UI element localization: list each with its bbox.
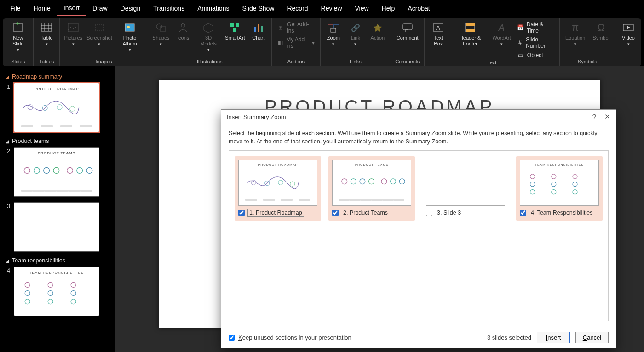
- section-header[interactable]: ◢Product teams: [6, 138, 110, 144]
- zoom-item-checkbox[interactable]: [332, 210, 339, 216]
- date-time-button[interactable]: 📅Date & Time: [514, 20, 557, 35]
- object-button[interactable]: ▭Object: [514, 51, 557, 60]
- svg-point-11: [127, 26, 130, 28]
- menu-tab-help[interactable]: Help: [375, 1, 402, 16]
- menu-tab-draw[interactable]: Draw: [86, 1, 114, 16]
- zoom-thumbnail[interactable]: PRODUCT TEAMS: [332, 160, 411, 206]
- video-button[interactable]: Video▾: [618, 20, 638, 47]
- zoom-item-checkbox[interactable]: [426, 210, 432, 216]
- zoom-thumbnail[interactable]: PRODUCT ROADMAP: [238, 160, 317, 206]
- new-slide-button[interactable]: New Slide▾: [6, 20, 30, 53]
- cube-icon: [202, 21, 215, 34]
- store-icon: ⊞: [277, 24, 284, 31]
- smartart-button[interactable]: SmartArt: [224, 20, 247, 42]
- slide-thumbnail[interactable]: PRODUCT TEAMS: [14, 147, 99, 197]
- addins-icon: ◧: [277, 39, 283, 46]
- zoom-section-item[interactable]: PRODUCT TEAMS2. Product Teams: [328, 156, 415, 221]
- object-icon: ▭: [517, 51, 524, 59]
- svg-point-57: [290, 182, 294, 186]
- menu-tab-animations[interactable]: Animations: [191, 1, 236, 16]
- slide-thumbnail-row[interactable]: 3: [5, 202, 110, 252]
- zoom-section-item[interactable]: 3. Slide 3: [422, 156, 509, 221]
- symbol-icon: Ω: [595, 21, 608, 34]
- slide-thumbnail[interactable]: PRODUCT ROADMAP: [14, 83, 99, 132]
- dialog-titlebar[interactable]: Insert Summary Zoom ? ✕: [221, 110, 616, 124]
- svg-point-65: [530, 175, 535, 179]
- 3d-models-button[interactable]: 3D Models▾: [195, 20, 222, 53]
- table-button[interactable]: Table▾: [36, 20, 57, 47]
- slide-number-button[interactable]: #Slide Number: [514, 35, 557, 50]
- keep-unused-checkbox[interactable]: [229, 335, 235, 341]
- svg-point-68: [551, 175, 556, 179]
- svg-point-42: [67, 167, 73, 173]
- screenshot-button[interactable]: Screenshot▾: [86, 20, 113, 47]
- slide-panel[interactable]: ◢Roadmap summary1PRODUCT ROADMAP◢Product…: [0, 66, 115, 352]
- slide-thumbnail[interactable]: [14, 202, 99, 252]
- chart-button[interactable]: Chart: [248, 20, 269, 42]
- close-button[interactable]: ✕: [604, 113, 610, 121]
- slide-thumbnail-row[interactable]: 4TEAM RESPONSIBILITIES: [5, 267, 110, 316]
- zoom-button[interactable]: Zoom▾: [323, 20, 344, 47]
- my-addins-button[interactable]: ◧My Add-ins ▾: [275, 35, 317, 50]
- header-footer-button[interactable]: Header & Footer: [451, 20, 489, 47]
- slide-number: 3: [5, 202, 10, 210]
- svg-point-70: [551, 190, 556, 194]
- svg-rect-23: [334, 24, 339, 28]
- shapes-button[interactable]: Shapes▾: [151, 20, 172, 47]
- symbol-button[interactable]: ΩSymbol: [590, 20, 612, 42]
- menu-tab-design[interactable]: Design: [114, 1, 147, 16]
- zoom-thumbnail[interactable]: [426, 160, 505, 206]
- wordart-button[interactable]: AWordArt▾: [491, 20, 512, 47]
- photo-album-button[interactable]: Photo Album▾: [115, 20, 145, 53]
- section-header[interactable]: ◢Team responsibilities: [6, 257, 110, 264]
- zoom-item-checkbox[interactable]: [520, 210, 526, 216]
- menu-tab-transitions[interactable]: Transitions: [147, 1, 191, 16]
- menu-tab-insert[interactable]: Insert: [57, 0, 86, 16]
- zoom-item-checkbox[interactable]: [238, 210, 245, 216]
- equation-button[interactable]: πEquation▾: [563, 20, 588, 47]
- menu-tab-record[interactable]: Record: [281, 1, 314, 16]
- menu-tab-review[interactable]: Review: [315, 1, 349, 16]
- svg-point-45: [25, 282, 30, 287]
- svg-point-71: [573, 175, 577, 179]
- menu-tab-view[interactable]: View: [349, 1, 375, 16]
- svg-rect-10: [125, 24, 134, 31]
- get-addins-button[interactable]: ⊞Get Add-ins: [275, 20, 317, 35]
- menu-tab-home[interactable]: Home: [27, 1, 57, 16]
- slide-thumbnail-row[interactable]: 2PRODUCT TEAMS: [5, 147, 110, 197]
- zoom-section-item[interactable]: TEAM RESPONSIBILITIES4. Team Responsibil…: [516, 156, 603, 221]
- ribbon-group-illustrations: Shapes▾ Icons 3D Models▾ SmartArt Chart …: [148, 18, 272, 66]
- collapse-icon: ◢: [6, 74, 9, 79]
- svg-point-64: [399, 179, 405, 184]
- menu-tab-acrobat[interactable]: Acrobat: [401, 1, 436, 16]
- insert-button[interactable]: Insert: [537, 332, 570, 343]
- help-button[interactable]: ?: [592, 113, 596, 121]
- menu-tab-slide-show[interactable]: Slide Show: [236, 1, 281, 16]
- svg-rect-24: [331, 28, 336, 32]
- comment-button[interactable]: Comment: [394, 20, 421, 42]
- action-button[interactable]: ⭐Action: [368, 20, 388, 42]
- new-slide-icon: [12, 21, 24, 34]
- hash-icon: #: [517, 39, 523, 46]
- menu-tab-file[interactable]: File: [4, 1, 27, 16]
- section-header[interactable]: ◢Roadmap summary: [6, 74, 110, 80]
- svg-point-44: [86, 167, 92, 173]
- slide-thumbnail-row[interactable]: 1PRODUCT ROADMAP: [5, 83, 110, 132]
- slide-number: 4: [5, 267, 10, 274]
- text-box-button[interactable]: AText Box: [427, 20, 449, 47]
- icons-button[interactable]: Icons: [173, 20, 193, 42]
- svg-point-37: [69, 106, 75, 111]
- slide-thumbnail[interactable]: TEAM RESPONSIBILITIES: [14, 267, 99, 316]
- table-icon: [40, 21, 53, 34]
- zoom-section-item[interactable]: PRODUCT ROADMAP1. Product Roadmap: [235, 156, 321, 221]
- link-button[interactable]: 🔗Link▾: [345, 20, 366, 47]
- svg-point-41: [53, 167, 59, 173]
- wordart-icon: A: [495, 21, 508, 34]
- section-name: Team responsibilities: [12, 257, 65, 264]
- cancel-button[interactable]: Cancel: [575, 332, 609, 343]
- zoom-thumbnail[interactable]: TEAM RESPONSIBILITIES: [520, 160, 599, 206]
- pictures-button[interactable]: Pictures▾: [63, 20, 84, 47]
- video-icon: [622, 21, 635, 34]
- svg-point-60: [360, 179, 365, 184]
- zoom-icon: [327, 21, 340, 34]
